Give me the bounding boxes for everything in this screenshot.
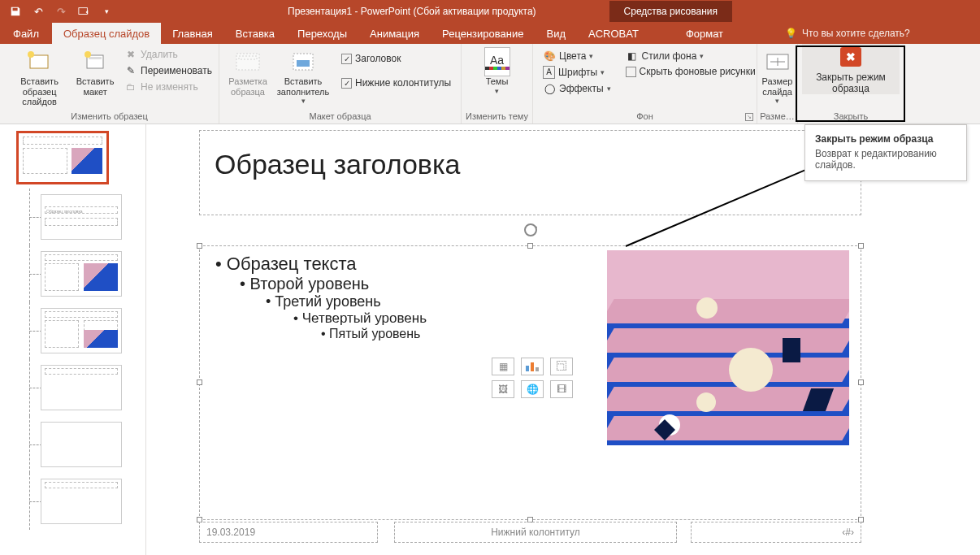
colors-button[interactable]: 🎨Цвета▾ (541, 49, 613, 63)
insert-slide-master-button[interactable]: Вставить образец слайдов (5, 47, 74, 107)
svg-rect-9 (297, 60, 310, 67)
tab-insert[interactable]: Вставка (224, 23, 286, 44)
background-styles-button[interactable]: ◧Стили фона▾ (624, 49, 757, 63)
dialog-launcher-icon[interactable]: ↘ (745, 113, 753, 121)
fonts-icon: A (543, 66, 555, 79)
tab-format[interactable]: Формат (674, 23, 735, 44)
insert-placeholder-icon (290, 49, 316, 75)
svg-point-5 (85, 51, 91, 58)
rename-button[interactable]: ✎Переименовать (123, 63, 214, 78)
hide-background-checkbox[interactable]: Скрыть фоновые рисунки (624, 65, 757, 78)
group-edit-master: Вставить образец слайдов Вставить макет … (0, 44, 219, 124)
checkbox-icon (626, 67, 636, 77)
tooltip-body: Возврат к редактированию слайдов. (815, 148, 956, 171)
tab-transitions[interactable]: Переходы (286, 23, 358, 44)
master-thumbnail[interactable] (0, 132, 145, 183)
insert-smartart-icon[interactable]: ⿹ (550, 358, 573, 375)
insert-layout-button[interactable]: Вставить макет (74, 47, 116, 97)
svg-rect-4 (89, 57, 102, 59)
tab-animations[interactable]: Анимация (358, 23, 431, 44)
slide-size-icon (765, 49, 791, 75)
insert-placeholder-button[interactable]: Вставить заполнитель ▾ (271, 47, 335, 106)
tab-file[interactable]: Файл (0, 23, 52, 44)
qat-customize-button[interactable]: ▾ (96, 2, 117, 21)
thumbnail-pane[interactable]: Образец заголовка (0, 124, 146, 555)
layout-thumbnail[interactable] (0, 479, 145, 524)
insert-chart-icon[interactable] (521, 358, 544, 375)
slide: Образец заголовка Образец текста Второй … (199, 130, 861, 543)
group-label: Макет образца (219, 110, 461, 124)
preserve-button: 🗀Не изменять (123, 80, 214, 94)
checkbox-icon: ✓ (341, 54, 352, 64)
slide-canvas[interactable]: Образец заголовка Образец текста Второй … (146, 124, 980, 555)
title-placeholder[interactable]: Образец заголовка (199, 130, 861, 215)
tab-review[interactable]: Рецензирование (431, 23, 535, 44)
rename-icon: ✎ (124, 64, 137, 77)
fonts-button[interactable]: AШрифты▾ (541, 65, 613, 80)
tell-me-search[interactable]: 💡 Что вы хотите сделать? (785, 23, 910, 44)
footers-checkbox[interactable]: ✓Нижние колонтитулы (340, 76, 453, 89)
themes-button[interactable]: Aa Темы ▾ (474, 47, 521, 95)
rotate-handle-icon[interactable] (522, 221, 540, 239)
insert-layout-icon (82, 49, 108, 75)
undo-button[interactable]: ↶ (28, 2, 49, 21)
bg-styles-icon: ◧ (626, 50, 639, 63)
lightbulb-icon: 💡 (785, 28, 797, 39)
checkbox-icon: ✓ (341, 78, 352, 89)
date-placeholder[interactable]: 19.03.2019 (199, 522, 378, 543)
workspace: Образец заголовка Образец заголовка (0, 124, 980, 555)
master-layout-button: Разметка образца (224, 47, 271, 97)
layout-thumbnail[interactable] (0, 422, 145, 467)
delete-icon: ✖ (124, 48, 137, 61)
layout-thumbnail[interactable] (0, 251, 145, 297)
layout-thumbnail[interactable] (0, 308, 145, 353)
layout-thumbnail[interactable] (0, 365, 145, 410)
master-layout-icon (235, 49, 261, 75)
contextual-tab-label: Средства рисования (609, 1, 732, 22)
ribbon-tabs: Файл Образец слайдов Главная Вставка Пер… (0, 23, 980, 44)
group-master-layout: Разметка образца Вставить заполнитель ▾ … (219, 44, 462, 124)
quick-access-toolbar: ↶ ↷ ▾ (0, 2, 117, 21)
slide-size-button[interactable]: Размер слайда▾ (762, 47, 793, 106)
redo-button[interactable]: ↷ (50, 2, 72, 21)
chevron-down-icon: ▾ (301, 97, 306, 105)
group-background: 🎨Цвета▾ AШрифты▾ ◯Эффекты▾ ◧Стили фона▾ … (533, 44, 757, 124)
colors-icon: 🎨 (543, 50, 556, 63)
tab-acrobat[interactable]: ACROBAT (577, 23, 650, 44)
svg-rect-0 (79, 8, 88, 15)
close-icon: ✖ (840, 47, 861, 67)
group-label: Фон↘ (533, 110, 757, 124)
tab-slide-master[interactable]: Образец слайдов (52, 23, 161, 44)
chevron-down-icon: ▾ (495, 87, 499, 95)
group-label: Изменить тему (462, 110, 532, 124)
insert-table-icon[interactable]: ▦ (492, 358, 514, 375)
close-master-view-button[interactable]: ✖ Закрыть режим образца (802, 44, 900, 94)
group-label: Разме… (757, 110, 797, 124)
start-from-beginning-button[interactable] (73, 2, 94, 21)
save-button[interactable] (5, 2, 26, 21)
picture-placeholder[interactable] (607, 250, 849, 445)
slide-number-placeholder[interactable]: ‹#› (691, 522, 861, 543)
group-size: Размер слайда▾ Разме… (757, 44, 798, 124)
title-checkbox[interactable]: ✓Заголовок (340, 52, 453, 65)
insert-video-icon[interactable]: 🎞 (550, 380, 573, 398)
tooltip-title: Закрыть режим образца (815, 133, 956, 145)
tab-home[interactable]: Главная (161, 23, 223, 44)
effects-button[interactable]: ◯Эффекты▾ (541, 81, 613, 96)
svg-rect-13 (531, 362, 534, 371)
svg-point-11 (525, 224, 536, 236)
layout-thumbnail[interactable]: Образец заголовка (0, 194, 145, 240)
tell-me-placeholder: Что вы хотите сделать? (802, 28, 910, 39)
insert-picture-icon[interactable]: 🖼 (492, 380, 514, 398)
svg-rect-1 (30, 55, 48, 68)
themes-icon: Aa (484, 47, 510, 76)
insert-slide-master-icon (27, 49, 53, 75)
tab-view[interactable]: Вид (535, 23, 577, 44)
group-label: Изменить образец (0, 110, 219, 124)
insert-online-picture-icon[interactable]: 🌐 (521, 380, 544, 398)
preserve-icon: 🗀 (124, 80, 137, 93)
footer-placeholder[interactable]: Нижний колонтитул (394, 522, 677, 543)
placeholder-content-icons: ▦ ⿹ 🖼 🌐 🎞 (492, 358, 575, 398)
group-close: ✖ Закрыть режим образца Закрыть (798, 44, 904, 124)
delete-layout-button: ✖Удалить (123, 47, 214, 62)
